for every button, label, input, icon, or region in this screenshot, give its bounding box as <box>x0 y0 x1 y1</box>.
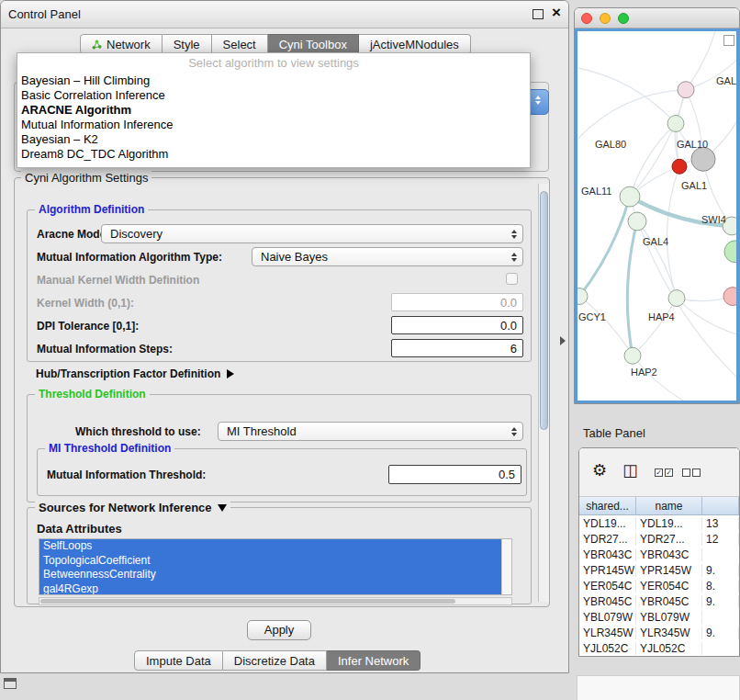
table-row[interactable]: YBR045CYBR045C9. <box>579 593 739 609</box>
data-attribute-item[interactable]: BetweennessCentrality <box>39 568 501 582</box>
mi-type-select[interactable]: Naive Bayes <box>252 247 523 266</box>
tab-jactivemnodules[interactable]: jActiveMNodules <box>359 34 471 54</box>
algorithm-option[interactable]: ARACNE Algorithm <box>17 103 530 118</box>
network-edge[interactable] <box>627 221 637 356</box>
mi-type-value: Naive Bayes <box>261 250 328 264</box>
column-header[interactable]: name <box>636 497 702 514</box>
scrollbar-thumb[interactable] <box>40 599 455 604</box>
aracne-mode-select[interactable]: Discovery <box>101 224 523 243</box>
network-node-gal10[interactable] <box>691 147 715 171</box>
network-edge[interactable] <box>667 166 679 298</box>
table-cell: 13 <box>702 517 739 530</box>
table-row[interactable]: YBL079WYBL079W <box>579 609 739 625</box>
algorithm-option[interactable]: Dream8 DC_TDC Algorithm <box>17 147 530 162</box>
close-traffic-light[interactable] <box>581 13 592 24</box>
algorithm-option[interactable]: Bayesian – K2 <box>17 132 530 147</box>
restore-panel-icon[interactable] <box>4 678 17 689</box>
tab-select[interactable]: Select <box>212 34 268 54</box>
network-view-window: GAL7GAL80GAL10GAL11GAL1SWI4GAL4GCY1HAP4H… <box>574 7 740 404</box>
gear-icon[interactable]: ⚙ <box>592 461 607 480</box>
data-attribute-item[interactable]: SelfLoops <box>39 539 501 554</box>
table-body: YDL19...YDL19...13YDR27...YDR27...12YBR0… <box>579 515 739 656</box>
sources-section-label: Sources for Network Inference <box>39 501 212 514</box>
table-row[interactable]: YDL19...YDL19...13 <box>579 515 739 531</box>
tab-cyni-toolbox[interactable]: Cyni Toolbox <box>268 34 359 54</box>
combo-arrows-icon <box>511 253 517 262</box>
control-panel-titlebar[interactable]: Control Panel × <box>1 1 568 28</box>
network-window-titlebar[interactable] <box>575 8 739 28</box>
bottom-tab-discretize-data[interactable]: Discretize Data <box>223 650 327 671</box>
table-row[interactable]: YLR345WYLR345W9. <box>579 625 739 640</box>
table-cell: YLR345W <box>636 627 702 639</box>
kernel-width-input[interactable] <box>391 293 523 311</box>
table-cell: YLR345W <box>579 627 636 639</box>
algorithm-option[interactable]: Basic Correlation Inference <box>17 88 530 103</box>
settings-scrollbar[interactable] <box>538 184 549 602</box>
network-edge[interactable] <box>637 221 677 299</box>
desktop-background: Control Panel × NetworkStyleSelectCyni T… <box>0 0 740 700</box>
sources-section-header[interactable]: Sources for Network Inference <box>35 501 230 514</box>
tab-label: jActiveMNodules <box>370 38 459 51</box>
column-header[interactable]: shared... <box>579 497 636 514</box>
network-node-gal11[interactable] <box>620 186 640 207</box>
algorithm-option[interactable]: Mutual Information Inference <box>17 118 530 132</box>
table-row[interactable]: YJL052CYJL052C <box>579 640 739 656</box>
tab-style[interactable]: Style <box>163 34 212 54</box>
apply-button[interactable]: Apply <box>247 620 311 640</box>
table-row[interactable]: YPR145WYPR145W9. <box>579 562 739 578</box>
network-edge[interactable] <box>630 124 676 198</box>
network-node-hap2[interactable] <box>624 347 641 364</box>
column-header[interactable] <box>702 497 739 514</box>
node-label-hap4: HAP4 <box>648 311 675 322</box>
float-window-icon[interactable] <box>533 9 544 19</box>
attribute-list-hscrollbar[interactable] <box>39 597 512 605</box>
expanded-arrow-icon[interactable] <box>218 504 227 512</box>
network-edge[interactable] <box>633 356 688 401</box>
hub-transcription-factor-section[interactable]: Hub/Transcription Factor Definition <box>36 367 234 380</box>
minimize-traffic-light[interactable] <box>600 13 611 24</box>
network-node-pink-top[interactable] <box>678 82 694 98</box>
data-attributes-list[interactable]: SelfLoopsTopologicalCoefficientBetweenne… <box>39 538 512 595</box>
network-edge[interactable] <box>686 31 715 90</box>
zoom-traffic-light[interactable] <box>618 13 629 24</box>
table-cell: 9. <box>702 627 739 639</box>
network-canvas[interactable]: GAL7GAL80GAL10GAL11GAL1SWI4GAL4GCY1HAP4H… <box>575 28 739 403</box>
data-attribute-item[interactable]: TopologicalCoefficient <box>39 554 501 569</box>
deselect-all-checks-icon[interactable] <box>682 469 701 477</box>
mi-steps-input[interactable] <box>391 339 523 357</box>
select-all-checks-icon[interactable]: ✓ ✓ <box>655 469 673 477</box>
network-node-gal1-red[interactable] <box>672 159 687 174</box>
manual-kernel-checkbox[interactable] <box>506 273 518 285</box>
algorithm-option[interactable]: Bayesian – Hill Climbing <box>17 73 530 88</box>
table-row[interactable]: YER054CYER054C8. <box>579 578 739 593</box>
close-icon[interactable]: × <box>552 4 561 22</box>
network-node-green-right[interactable] <box>724 241 736 263</box>
network-edge[interactable] <box>577 90 686 140</box>
network-node-green-upper[interactable] <box>667 116 684 132</box>
collapsed-arrow-icon[interactable] <box>227 369 234 378</box>
table-cell: YJL052C <box>579 642 636 655</box>
data-attribute-item[interactable]: gal4RGexp <box>39 582 501 596</box>
bottom-tab-impute-data[interactable]: Impute Data <box>134 650 223 671</box>
table-cell: YDL19... <box>636 517 702 530</box>
panel-splitter-handle[interactable] <box>560 336 566 345</box>
network-edge[interactable] <box>633 299 677 356</box>
network-edge[interactable] <box>579 297 633 356</box>
scrollbar-thumb[interactable] <box>540 191 548 430</box>
bottom-tab-infer-network[interactable]: Infer Network <box>327 650 420 671</box>
table-row[interactable]: YDR27...YDR27...12 <box>579 531 739 547</box>
bottom-right-panel <box>577 675 740 700</box>
tab-network[interactable]: Network <box>80 34 163 54</box>
attribute-list-scrollbar[interactable] <box>501 539 511 594</box>
table-row[interactable]: YBR043CYBR043C <box>579 547 739 562</box>
network-edge[interactable] <box>577 68 676 124</box>
kernel-width-label: Kernel Width (0,1): <box>37 297 134 310</box>
which-threshold-select[interactable]: MI Threshold <box>218 422 523 441</box>
network-node-gal4[interactable] <box>628 212 646 231</box>
network-node-pink-right[interactable] <box>723 288 736 306</box>
dpi-tolerance-input[interactable] <box>391 316 523 334</box>
mi-threshold-input[interactable] <box>388 465 521 484</box>
network-edge[interactable] <box>579 197 630 296</box>
network-node-hap4[interactable] <box>668 290 685 307</box>
columns-icon[interactable]: ◫ <box>622 461 638 480</box>
